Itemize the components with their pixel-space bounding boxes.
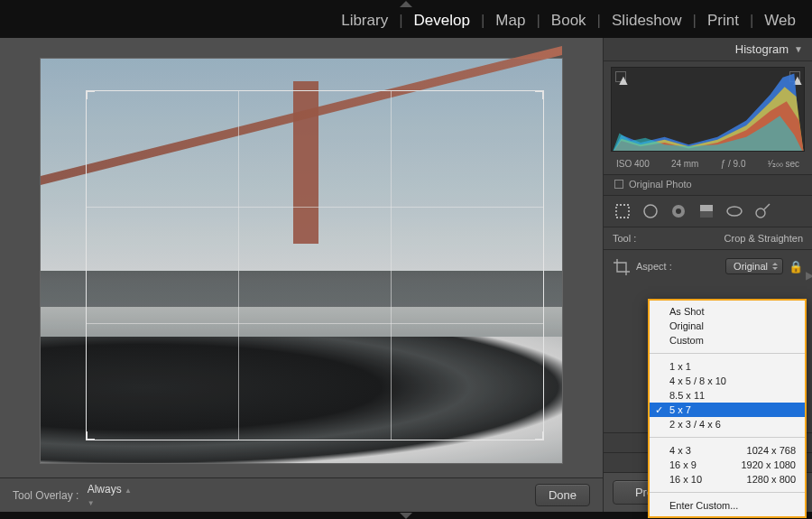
nav-print[interactable]: Print [704, 12, 743, 30]
nav-web[interactable]: Web [761, 12, 799, 30]
svg-rect-1 [616, 205, 629, 218]
aspect-option[interactable]: 1 x 1 [650, 359, 805, 374]
aspect-option[interactable]: 16 x 91920 x 1080 [650, 458, 805, 472]
aspect-option[interactable]: Enter Custom... [650, 498, 805, 513]
svg-line-9 [764, 204, 770, 209]
aspect-dropdown-menu: As ShotOriginalCustom1 x 14 x 5 / 8 x 10… [648, 299, 807, 518]
crop-tool-icon[interactable] [613, 201, 632, 221]
redeye-tool-icon[interactable] [669, 201, 688, 221]
aspect-option[interactable]: Custom [650, 333, 805, 348]
crop-aspect-icon [613, 257, 631, 275]
svg-rect-6 [700, 205, 713, 211]
develop-toolstrip [604, 196, 812, 227]
crop-handle-br[interactable] [535, 431, 544, 440]
right-panel: Histogram▼ ▲ ▲ ISO 40024 mmƒ / 9.0¹⁄₂₀₀ … [603, 38, 812, 512]
svg-marker-10 [400, 513, 412, 519]
aspect-dropdown[interactable]: Original [725, 258, 783, 274]
lock-icon[interactable]: 🔒 [789, 260, 803, 273]
histogram[interactable]: ▲ ▲ [611, 67, 805, 152]
spot-tool-icon[interactable] [641, 201, 660, 221]
tool-label: Tool : [613, 233, 636, 244]
module-nav: Library|Develop|Map|Book|Slideshow|Print… [0, 7, 812, 38]
aspect-option[interactable]: Original [650, 319, 805, 333]
aspect-option[interactable]: 4 x 31024 x 768 [650, 443, 805, 458]
aspect-option[interactable]: 5 x 7 [650, 403, 805, 417]
grad-filter-icon[interactable] [697, 201, 716, 221]
tool-overlay-select[interactable]: Always ▲▼ [82, 481, 137, 510]
histogram-header[interactable]: Histogram▼ [604, 38, 812, 61]
nav-develop[interactable]: Develop [411, 12, 474, 30]
svg-point-4 [676, 209, 681, 214]
crop-rectangle[interactable] [86, 90, 544, 440]
photo-preview [40, 58, 563, 464]
crop-handle-bl[interactable] [86, 431, 95, 440]
aspect-option[interactable]: 4 x 5 / 8 x 10 [650, 374, 805, 388]
original-photo-toggle[interactable]: Original Photo [604, 174, 812, 196]
top-panel-toggle[interactable] [0, 0, 812, 7]
nav-slideshow[interactable]: Slideshow [608, 12, 686, 30]
crop-handle-tr[interactable] [535, 90, 544, 99]
svg-point-2 [644, 205, 657, 218]
nav-map[interactable]: Map [492, 12, 529, 30]
nav-library[interactable]: Library [337, 12, 392, 30]
svg-point-8 [756, 209, 765, 218]
radial-filter-icon[interactable] [724, 201, 744, 221]
exif-row: ISO 40024 mmƒ / 9.0¹⁄₂₀₀ sec [604, 155, 812, 174]
crop-handle-tl[interactable] [86, 90, 95, 99]
aspect-label: Aspect : [636, 261, 672, 272]
done-button[interactable]: Done [535, 484, 590, 506]
aspect-option[interactable]: As Shot [650, 304, 805, 319]
brush-tool-icon[interactable] [752, 201, 772, 221]
tool-overlay-label: Tool Overlay : [13, 489, 78, 502]
aspect-option[interactable]: 16 x 101280 x 800 [650, 472, 805, 487]
aspect-option[interactable]: 2 x 3 / 4 x 6 [650, 417, 805, 431]
svg-point-7 [727, 207, 742, 216]
image-canvas[interactable] [0, 38, 603, 477]
right-panel-collapse-icon[interactable]: ▶ [806, 269, 812, 282]
tool-name: Crop & Straighten [724, 233, 803, 244]
svg-marker-0 [400, 1, 412, 7]
aspect-option[interactable]: 8.5 x 11 [650, 388, 805, 403]
nav-book[interactable]: Book [548, 12, 590, 30]
